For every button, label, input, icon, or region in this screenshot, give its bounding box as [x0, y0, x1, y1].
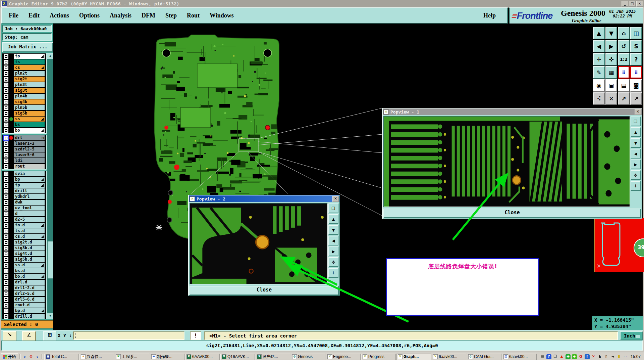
- pan-left-button[interactable]: ◀: [328, 236, 338, 245]
- layer-row-rout[interactable]: rout: [2, 164, 46, 169]
- layer-row-dwk[interactable]: dwk: [2, 199, 46, 205]
- task-6aavk00-[interactable]: ✕6aavk00...: [432, 354, 466, 360]
- layer-row-cs.d[interactable]: cs.d: [2, 234, 46, 239]
- line-vertex-a-button[interactable]: ↗: [618, 92, 630, 105]
- layer-chip-dwk[interactable]: dwk: [14, 200, 45, 205]
- task-6aavk00-[interactable]: ▤6aavk00...: [502, 354, 537, 360]
- flash-icon[interactable]: f: [585, 354, 590, 359]
- task-Total-C-[interactable]: ▣Total C...: [44, 354, 79, 360]
- layer-chip-ts.d[interactable]: ts.d: [14, 228, 45, 233]
- zoom-area-button[interactable]: ↘: [3, 331, 16, 342]
- layer-row-ldi[interactable]: ldi: [2, 158, 46, 164]
- layer-row-drl2-5.d[interactable]: drl2-5.d: [2, 291, 46, 297]
- layer-checkbox-ts.d[interactable]: [4, 229, 8, 233]
- task-Progress[interactable]: ✕Progress: [361, 354, 396, 360]
- g-icon[interactable]: G: [578, 354, 583, 359]
- layer-chip-sig2t.d[interactable]: sig2t.d: [14, 240, 45, 245]
- task-Genesis[interactable]: ◍Genesis: [291, 354, 325, 360]
- layer-row-drill[interactable]: drill: [2, 188, 46, 194]
- popview-2-titlebar[interactable]: ✕ Popview - 2 ✕: [189, 195, 339, 202]
- zoom-in-view-button[interactable]: ✜: [605, 53, 617, 65]
- layer-row-laser5-6[interactable]: laser5-6: [2, 152, 46, 158]
- layer-row-sig2t.d[interactable]: sig2t.d: [2, 239, 46, 245]
- layer-checkbox-to.d[interactable]: [4, 223, 8, 228]
- layer-row-ss[interactable]: ss: [2, 116, 46, 122]
- layer-chip-d[interactable]: d: [14, 211, 45, 216]
- layer-checkbox-drill.d[interactable]: [4, 314, 8, 319]
- layer-checkbox-sig3b.d[interactable]: [4, 246, 8, 251]
- pan-down-button[interactable]: ▼: [631, 138, 641, 148]
- layer-row-drl.d[interactable]: drl.d: [2, 279, 46, 285]
- layer-chip-sig4t.d[interactable]: sig4t.d: [14, 251, 45, 256]
- task-Q16AAVK-[interactable]: XQ16AAVK...: [220, 354, 255, 360]
- layer-checkbox-drill[interactable]: [4, 189, 8, 193]
- layer-scrollbar[interactable]: ▲ ▼: [47, 53, 53, 319]
- task-6AAVK00-[interactable]: X6AAVK00...: [185, 354, 220, 360]
- layer-checkbox-uv_tool[interactable]: [4, 206, 8, 211]
- maximize-button[interactable]: □: [629, 1, 636, 7]
- layer-checkbox-d[interactable]: [4, 212, 8, 216]
- ie-icon[interactable]: e: [22, 354, 28, 359]
- layer-checkbox-laser5-6[interactable]: [4, 153, 8, 158]
- zoom-in-button[interactable]: ✜: [631, 170, 641, 180]
- pan-right-button[interactable]: ▶: [631, 160, 641, 169]
- line-vertex-b-button[interactable]: ↗: [630, 92, 642, 105]
- layer-checkbox-drl1-2.d[interactable]: [4, 286, 8, 290]
- layer-checkbox-sig2t[interactable]: [4, 77, 8, 82]
- layer-row-pln3t[interactable]: pln3t: [2, 82, 46, 88]
- title-bar[interactable]: X Graphic Editor 9.07b2 (00@HY-HYCAM-PC0…: [0, 0, 644, 8]
- popout-window-button[interactable]: ❐: [631, 117, 641, 126]
- menu-options[interactable]: Options: [79, 12, 100, 19]
- delete-net-button[interactable]: ✕: [605, 92, 617, 105]
- layer-row-laser1-2[interactable]: laser1-2: [2, 141, 46, 146]
- layer-chip-pln3t[interactable]: pln3t: [14, 82, 45, 87]
- layer-checkbox-ldi[interactable]: [4, 159, 8, 163]
- pan-up-button[interactable]: ▲: [593, 27, 605, 39]
- query-button[interactable]: ?: [630, 53, 642, 65]
- netlist-back-button[interactable]: ⠿: [630, 66, 642, 79]
- layer-chip-szdrl2-5[interactable]: szdrl2-5: [14, 147, 45, 152]
- move-feature-button[interactable]: ◉: [593, 79, 605, 92]
- layer-checkbox-sig2t.d[interactable]: [4, 240, 8, 245]
- layer-checkbox-ydkdrl[interactable]: [4, 194, 8, 199]
- layer-row-sig5b[interactable]: sig5b: [2, 110, 46, 116]
- layer-chip-drl[interactable]: drl⊞: [14, 135, 45, 140]
- layer-chip-rout.d[interactable]: rout.d: [14, 303, 45, 308]
- layer-row-sig3t[interactable]: sig3t: [2, 88, 46, 93]
- alert-button[interactable]: !: [190, 331, 201, 340]
- popview-1-content[interactable]: [383, 116, 630, 207]
- restore-icon[interactable]: ❐: [553, 354, 558, 359]
- layer-checkbox-drl2-5.d[interactable]: [4, 291, 8, 296]
- layer-checkbox-sig5b.d[interactable]: [4, 257, 8, 262]
- layer-checkbox-bp.d[interactable]: [4, 309, 8, 313]
- layer-chip-bs[interactable]: bs: [14, 122, 45, 127]
- layer-checkbox-sig4t.d[interactable]: [4, 252, 8, 256]
- zoom-out-button[interactable]: ✛: [631, 181, 641, 191]
- keyboard-icon[interactable]: ▦: [540, 354, 545, 359]
- close-red-icon[interactable]: ✕: [591, 354, 596, 359]
- layer-chip-pln4b[interactable]: pln4b: [14, 94, 45, 99]
- quadrant-button[interactable]: ⊞: [43, 331, 56, 342]
- layer-checkbox-to[interactable]: [4, 54, 8, 59]
- layer-chip-sig2t[interactable]: sig2t: [14, 77, 45, 82]
- scale-ratio-button[interactable]: 1:2: [618, 53, 630, 65]
- grid-button[interactable]: ▦: [605, 66, 617, 79]
- layer-chip-rout[interactable]: rout: [14, 164, 45, 169]
- plus-icon[interactable]: +: [572, 354, 577, 359]
- layer-chip-sig3b.d[interactable]: sig3b.d: [14, 245, 45, 251]
- layer-row-bp.d[interactable]: bp.d: [2, 308, 46, 314]
- layer-row-tp[interactable]: tp: [2, 182, 46, 188]
- layer-checkbox-szdrl2-5[interactable]: [4, 147, 8, 152]
- layer-chip-ss.d[interactable]: ss.d: [14, 263, 45, 268]
- layer-row-drl1-2.d[interactable]: drl1-2.d: [2, 285, 46, 291]
- layer-row-d2-5[interactable]: d2-5: [2, 217, 46, 222]
- layer-row-uv_tool[interactable]: uv_tool: [2, 205, 46, 211]
- popview-2-close-button[interactable]: Close: [190, 286, 339, 295]
- layer-chip-svia[interactable]: svia: [14, 171, 45, 176]
- layer-checkbox-bo[interactable]: [4, 128, 8, 133]
- layer-row-bp[interactable]: bp: [2, 177, 46, 182]
- layer-chip-uv_tool[interactable]: uv_tool: [14, 206, 45, 211]
- pan-right-button[interactable]: ▶: [328, 246, 338, 256]
- layer-chip-bp[interactable]: bp: [14, 177, 45, 182]
- select-pad-button[interactable]: ◙: [630, 79, 642, 92]
